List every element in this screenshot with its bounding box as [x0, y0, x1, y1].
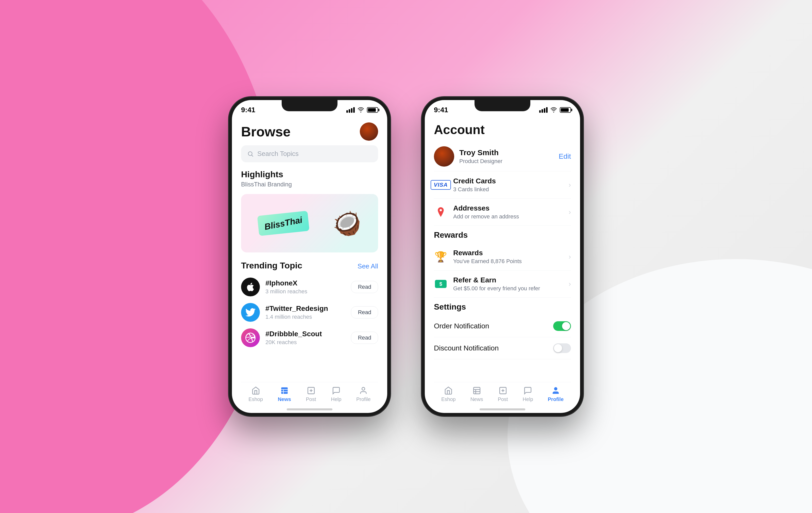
nav-label-help-browse: Help — [331, 397, 341, 402]
nav-label-post-account: Post — [498, 397, 508, 402]
svg-point-9 — [440, 209, 442, 211]
notch-account — [474, 100, 530, 111]
visa-icon: VISA — [434, 180, 447, 189]
account-content: Account Troy Smith Product Designer Edit… — [425, 115, 580, 413]
addresses-title: Addresses — [453, 204, 563, 212]
topic-name-dribbble: #Dribbble_Scout — [265, 330, 345, 338]
trending-item-iphonex: #IphoneX 3 million reaches Read — [241, 277, 378, 296]
credit-cards-info: Credit Cards 3 Cards linked — [453, 177, 563, 193]
trending-header: Trending Topic See All — [241, 261, 378, 272]
nav-label-eshop-account: Eshop — [441, 397, 456, 402]
money-icon: $ — [434, 279, 447, 289]
phone-account: 9:41 — [421, 97, 584, 416]
home-indicator-browse — [287, 408, 332, 410]
nav-news-browse[interactable]: News — [278, 386, 291, 402]
edit-button[interactable]: Edit — [559, 152, 571, 161]
avatar[interactable] — [360, 123, 378, 141]
apple-logo-icon — [245, 282, 256, 292]
wifi-icon-account — [550, 107, 557, 113]
signal-icon-account — [539, 107, 548, 113]
pin-icon — [436, 207, 445, 218]
addresses-subtitle: Add or remove an address — [453, 213, 563, 220]
svg-rect-1 — [281, 387, 288, 394]
battery-icon-browse — [367, 107, 378, 113]
topic-info-iphonex: #IphoneX 3 million reaches — [265, 279, 345, 295]
nav-news-account[interactable]: News — [470, 386, 483, 402]
chevron-icon-refer: › — [569, 280, 571, 288]
refer-subtitle: Get $5.00 for every friend you refer — [453, 285, 563, 292]
nav-eshop-browse[interactable]: Eshop — [249, 386, 263, 402]
discount-notification-row: Discount Notification — [434, 337, 571, 359]
rewards-info: Rewards You've Earned 8,876 Points — [453, 249, 563, 265]
refer-earn-row[interactable]: $ Refer & Earn Get $5.00 for every frien… — [434, 270, 571, 298]
profile-icon — [359, 386, 368, 395]
signal-icon-browse — [346, 107, 355, 113]
nav-label-post-browse: Post — [306, 397, 316, 402]
topic-name-iphonex: #IphoneX — [265, 279, 345, 287]
trending-title: Trending Topic — [241, 261, 302, 270]
order-notification-toggle[interactable] — [553, 321, 571, 331]
nav-post-account[interactable]: Post — [498, 386, 508, 402]
twitter-logo-icon — [245, 307, 256, 318]
highlight-card[interactable]: BlissThai 🥥 — [241, 194, 378, 252]
search-placeholder: Search Topics — [257, 150, 299, 158]
phone-browse-screen: 9:41 — [232, 100, 387, 413]
topic-info-dribbble: #Dribbble_Scout 20K reaches — [265, 330, 345, 346]
topic-info-twitter: #Twitter_Redesign 1.4 million reaches — [265, 304, 345, 320]
nav-profile-account[interactable]: Profile — [548, 386, 563, 402]
highlights-subtitle: BlissThai Branding — [241, 181, 378, 188]
topic-reach-dribbble: 20K reaches — [265, 339, 345, 346]
svg-point-8 — [362, 387, 365, 390]
nav-profile-browse[interactable]: Profile — [356, 386, 371, 402]
highlights-title: Highlights — [241, 169, 378, 179]
credit-cards-title: Credit Cards — [453, 177, 563, 185]
status-icons-account — [539, 107, 571, 113]
svg-rect-10 — [473, 387, 480, 394]
home-icon — [252, 386, 260, 395]
refer-title: Refer & Earn — [453, 276, 563, 284]
nav-help-browse[interactable]: Help — [331, 386, 341, 402]
news-icon-active — [280, 386, 289, 395]
post-icon — [307, 386, 315, 395]
profile-row: Troy Smith Product Designer Edit — [434, 142, 571, 171]
search-icon — [247, 151, 254, 157]
profile-avatar — [434, 146, 454, 167]
discount-notification-toggle[interactable] — [553, 343, 571, 353]
order-notification-row: Order Notification — [434, 315, 571, 337]
rewards-title: Rewards — [453, 249, 563, 257]
see-all-button[interactable]: See All — [357, 262, 378, 270]
credit-cards-row[interactable]: VISA Credit Cards 3 Cards linked › — [434, 171, 571, 198]
nav-label-news-browse: News — [278, 397, 291, 402]
read-button-twitter[interactable]: Read — [351, 306, 378, 319]
trending-item-twitter: #Twitter_Redesign 1.4 million reaches Re… — [241, 303, 378, 322]
discount-notification-label: Discount Notification — [434, 344, 499, 352]
nav-post-browse[interactable]: Post — [306, 386, 316, 402]
svg-point-17 — [554, 387, 557, 390]
nav-help-account[interactable]: Help — [523, 386, 533, 402]
phone-account-screen: 9:41 — [425, 100, 580, 413]
trophy-icon: 🏆 — [434, 252, 447, 261]
browse-content: Browse Search Topics Highlights — [232, 115, 387, 413]
home-icon-account — [444, 386, 453, 395]
addresses-row[interactable]: Addresses Add or remove an address › — [434, 198, 571, 226]
news-icon-account — [472, 386, 481, 395]
rewards-subtitle: You've Earned 8,876 Points — [453, 258, 563, 265]
order-notification-label: Order Notification — [434, 322, 489, 330]
post-icon-account — [499, 386, 507, 395]
topic-icon-twitter — [241, 303, 260, 322]
nav-eshop-account[interactable]: Eshop — [441, 386, 456, 402]
help-icon — [332, 386, 341, 395]
chevron-icon-rewards: › — [569, 253, 571, 261]
profile-name: Troy Smith — [459, 148, 554, 157]
read-button-dribbble[interactable]: Read — [351, 332, 378, 344]
read-button-iphonex[interactable]: Read — [351, 281, 378, 293]
nav-label-profile-browse: Profile — [356, 397, 371, 402]
browse-title: Browse — [241, 124, 291, 139]
rewards-section-title: Rewards — [434, 226, 571, 243]
help-icon-account — [523, 386, 532, 395]
topic-name-twitter: #Twitter_Redesign — [265, 304, 345, 313]
rewards-row[interactable]: 🏆 Rewards You've Earned 8,876 Points › — [434, 243, 571, 270]
trending-item-dribbble: #Dribbble_Scout 20K reaches Read — [241, 328, 378, 347]
search-bar[interactable]: Search Topics — [241, 145, 378, 162]
bottom-nav-account: Eshop News — [434, 382, 571, 408]
